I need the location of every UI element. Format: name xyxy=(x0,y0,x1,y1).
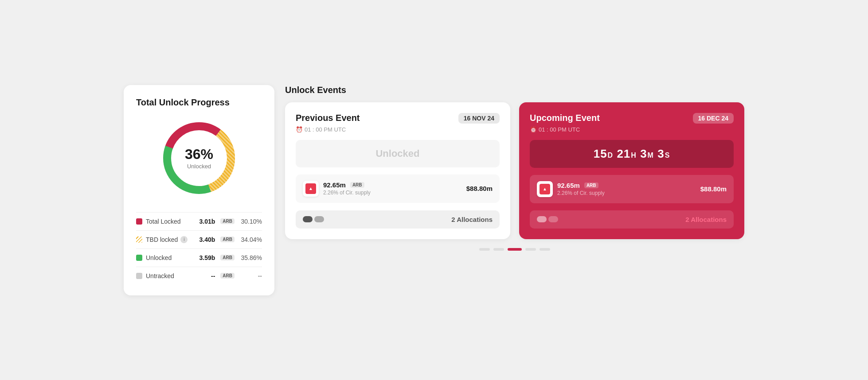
donut-chart: 36% Unlocked xyxy=(159,118,239,198)
upcoming-token-supply: 2.26% of Cir. supply xyxy=(557,190,696,196)
donut-wrapper: 36% Unlocked xyxy=(136,118,262,198)
legend-list: Total Locked 3.01b ARB 30.10% TBD locked… xyxy=(136,212,262,285)
upcoming-token-info: 92.65m ARB 2.26% of Cir. supply xyxy=(557,182,696,196)
upcoming-token-section: ▲ 92.65m ARB 2.26% of Cir. supply $88.80… xyxy=(530,175,734,203)
previous-token-section: ▲ 92.65m ARB 2.26% of Cir. supply $88.80… xyxy=(296,174,500,203)
arb-badge-total-locked: ARB xyxy=(220,218,235,224)
donut-center: 36% Unlocked xyxy=(185,147,213,169)
upcoming-event-date: 16 DEC 24 xyxy=(693,113,734,124)
legend-dot-total-locked xyxy=(136,218,142,225)
clock-icon-previous: ⏰ xyxy=(296,126,303,133)
upcoming-alloc-dot-2 xyxy=(548,216,558,222)
countdown-seconds: 3 xyxy=(657,147,664,160)
upcoming-token-icon: ▲ xyxy=(537,181,553,197)
upcoming-token-usd: $88.80m xyxy=(700,185,727,193)
legend-dot-tbd-locked xyxy=(136,237,142,243)
legend-item-untracked: Untracked -- ARB -- xyxy=(136,267,262,285)
total-unlock-progress-card: Total Unlock Progress xyxy=(124,85,274,295)
previous-token-amount-row: 92.65m ARB xyxy=(323,181,462,189)
page-dot-4[interactable] xyxy=(525,248,536,251)
legend-pct-untracked: -- xyxy=(240,272,262,279)
upcoming-event-header: Upcoming Event 16 DEC 24 xyxy=(530,113,734,124)
legend-name-total-locked: Total Locked xyxy=(146,218,196,225)
countdown-hours: 21 xyxy=(617,147,630,160)
previous-token-supply: 2.26% of Cir. supply xyxy=(323,190,462,196)
previous-token-row: ▲ 92.65m ARB 2.26% of Cir. supply $88.80… xyxy=(303,181,493,197)
upcoming-arb-badge: ARB xyxy=(584,182,598,188)
pagination-dots xyxy=(285,248,744,251)
left-card-title: Total Unlock Progress xyxy=(136,97,262,108)
previous-arb-badge: ARB xyxy=(350,182,364,188)
arb-logo-previous: ▲ xyxy=(305,183,316,194)
legend-value-unlocked: 3.59b xyxy=(199,254,215,261)
events-row: Previous Event 16 NOV 24 ⏰ 01 : 00 PM UT… xyxy=(285,102,744,239)
main-container: Total Unlock Progress xyxy=(124,85,744,295)
previous-status-box: Unlocked xyxy=(296,140,500,167)
previous-event-date: 16 NOV 24 xyxy=(458,113,500,124)
upcoming-alloc-dot-1 xyxy=(537,216,547,222)
previous-event-time: ⏰ 01 : 00 PM UTC xyxy=(296,126,500,133)
upcoming-allocations-label: 2 Allocations xyxy=(563,216,727,223)
clock-icon-upcoming: ⏰ xyxy=(530,126,537,133)
countdown-days: 15 xyxy=(594,147,607,160)
previous-event-header: Previous Event 16 NOV 24 xyxy=(296,113,500,124)
upcoming-allocations-footer[interactable]: 2 Allocations xyxy=(530,210,734,229)
previous-event-name: Previous Event xyxy=(296,113,360,123)
legend-value-tbd-locked: 3.40b xyxy=(199,236,215,243)
arb-badge-untracked: ARB xyxy=(220,273,235,279)
upcoming-alloc-dots xyxy=(537,216,558,222)
previous-token-amount: 92.65m xyxy=(323,181,346,189)
countdown-text: 15D 21H 3M 3S xyxy=(594,147,670,160)
upcoming-token-row: ▲ 92.65m ARB 2.26% of Cir. supply $88.80… xyxy=(537,181,727,197)
arb-badge-tbd-locked: ARB xyxy=(220,237,235,242)
arb-logo-upcoming: ▲ xyxy=(540,184,550,194)
previous-allocations-footer[interactable]: 2 Allocations xyxy=(296,210,500,229)
upcoming-token-amount: 92.65m xyxy=(557,182,580,189)
legend-value-untracked: -- xyxy=(211,272,215,279)
upcoming-event-card: Upcoming Event 16 DEC 24 ⏰ 01 : 00 PM UT… xyxy=(519,102,744,239)
legend-item-unlocked: Unlocked 3.59b ARB 35.86% xyxy=(136,248,262,267)
legend-dot-untracked xyxy=(136,273,142,279)
legend-pct-total-locked: 30.10% xyxy=(240,218,262,225)
previous-token-icon: ▲ xyxy=(303,181,319,197)
page-dot-1[interactable] xyxy=(479,248,490,251)
countdown-minutes: 3 xyxy=(640,147,647,160)
legend-item-total-locked: Total Locked 3.01b ARB 30.10% xyxy=(136,212,262,230)
legend-value-total-locked: 3.01b xyxy=(199,218,215,225)
page-dot-3[interactable] xyxy=(508,248,522,251)
legend-item-tbd-locked: TBD locked i 3.40b ARB 34.04% xyxy=(136,230,262,248)
legend-pct-unlocked: 35.86% xyxy=(240,254,262,261)
upcoming-event-time: ⏰ 01 : 00 PM UTC xyxy=(530,126,734,133)
previous-event-card: Previous Event 16 NOV 24 ⏰ 01 : 00 PM UT… xyxy=(285,102,510,239)
upcoming-event-name: Upcoming Event xyxy=(530,113,600,123)
legend-name-tbd-locked: TBD locked i xyxy=(146,236,196,243)
legend-name-unlocked: Unlocked xyxy=(146,254,196,261)
donut-label: Unlocked xyxy=(185,163,213,169)
previous-token-usd: $88.80m xyxy=(466,185,493,192)
donut-percentage: 36% xyxy=(185,147,213,161)
previous-allocations-label: 2 Allocations xyxy=(329,216,493,223)
upcoming-token-amount-row: 92.65m ARB xyxy=(557,182,696,189)
page-dot-2[interactable] xyxy=(493,248,504,251)
legend-name-untracked: Untracked xyxy=(146,272,207,279)
right-section: Unlock Events Previous Event 16 NOV 24 ⏰… xyxy=(285,85,744,251)
alloc-dot-1 xyxy=(303,216,313,222)
alloc-dot-2 xyxy=(314,216,324,222)
legend-dot-unlocked xyxy=(136,255,142,261)
page-dot-5[interactable] xyxy=(540,248,550,251)
info-icon-tbd[interactable]: i xyxy=(180,236,188,243)
previous-alloc-dots xyxy=(303,216,324,222)
unlock-events-title: Unlock Events xyxy=(285,85,744,95)
legend-pct-tbd-locked: 34.04% xyxy=(240,236,262,243)
previous-token-info: 92.65m ARB 2.26% of Cir. supply xyxy=(323,181,462,196)
arb-badge-unlocked: ARB xyxy=(220,255,235,260)
countdown-box: 15D 21H 3M 3S xyxy=(530,140,734,168)
